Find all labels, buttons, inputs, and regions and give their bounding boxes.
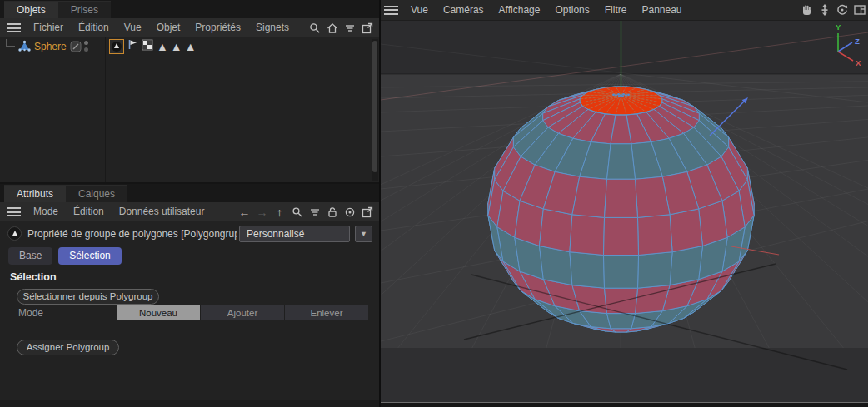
- mode-segmented-control: Nouveau Ajouter Enlever: [117, 305, 368, 320]
- pan-hand-icon[interactable]: [801, 3, 814, 17]
- menu-donnees-utilisateur[interactable]: Données utilisateur: [112, 202, 212, 221]
- uvw-tag-icon[interactable]: [142, 39, 153, 54]
- gizmo-y-label: Y: [836, 22, 841, 32]
- menu-icon[interactable]: [384, 6, 398, 15]
- sphere-object-icon[interactable]: [18, 40, 31, 56]
- menu-panneau[interactable]: Panneau: [634, 1, 689, 20]
- viewport-panel: Vue Caméras Affichage Options Filtre Pan…: [381, 0, 868, 407]
- assign-polygroup-button[interactable]: Assigner Polygroup: [17, 340, 119, 355]
- property-header-row: Propriété de groupe de polygones [Polygo…: [0, 224, 379, 244]
- menu-vue[interactable]: Vue: [403, 1, 436, 20]
- visibility-dots-icon[interactable]: [84, 41, 88, 52]
- up-arrow-icon[interactable]: ↑: [273, 206, 287, 219]
- panel-layout-icon[interactable]: [853, 3, 866, 17]
- menu-icon[interactable]: [7, 207, 21, 216]
- menu-icon[interactable]: [7, 23, 21, 32]
- search-icon[interactable]: [291, 206, 304, 219]
- select-from-polygroup-button[interactable]: Sélectionner depuis Polygroup: [17, 289, 159, 305]
- axis-gizmo: Y Z X: [836, 22, 861, 67]
- window-bottom-strip: [0, 400, 379, 407]
- tag-list: ▲ ▲ ▲: [109, 38, 199, 54]
- menu-signets[interactable]: Signets: [248, 18, 297, 37]
- window-bottom-strip: [381, 403, 868, 407]
- preset-dropdown[interactable]: Personnalisé: [239, 226, 350, 242]
- menu-mode[interactable]: Mode: [26, 202, 66, 221]
- sphere-mesh[interactable]: [488, 87, 754, 332]
- menu-proprietes[interactable]: Propriétés: [187, 18, 248, 37]
- tree-row-sphere[interactable]: Sphere ▲ ▲ ▲: [0, 37, 379, 56]
- viewport-menubar: Vue Caméras Affichage Options Filtre Pan…: [381, 0, 868, 21]
- popout-icon[interactable]: [361, 206, 374, 219]
- attribute-manager-tabbar: Attributs Calques: [0, 184, 379, 202]
- menu-vue[interactable]: Vue: [117, 18, 149, 37]
- section-tabs: Base Sélection: [8, 247, 127, 265]
- 3d-scene-canvas[interactable]: Y Z X: [381, 21, 868, 402]
- mode-option-ajouter[interactable]: Ajouter: [201, 305, 284, 320]
- application-window: Objets Prises Fichier Édition Vue Objet …: [0, 0, 868, 407]
- tab-selection[interactable]: Sélection: [58, 247, 121, 265]
- menu-edition[interactable]: Édition: [71, 18, 117, 37]
- filter-icon[interactable]: [343, 22, 357, 35]
- object-manager-tabbar: Objets Prises: [0, 0, 379, 18]
- tab-calques[interactable]: Calques: [66, 185, 127, 202]
- home-icon[interactable]: [326, 22, 339, 35]
- object-manager-panel: Objets Prises Fichier Édition Vue Objet …: [0, 0, 379, 182]
- tab-objets[interactable]: Objets: [4, 1, 58, 18]
- attribute-manager-panel: Attributs Calques Mode Édition Données u…: [0, 184, 379, 407]
- menu-fichier[interactable]: Fichier: [26, 18, 71, 37]
- search-icon[interactable]: [308, 22, 322, 35]
- menu-options[interactable]: Options: [547, 1, 596, 20]
- scrollbar-thumb[interactable]: [372, 41, 377, 172]
- menu-edition[interactable]: Édition: [66, 202, 112, 221]
- panel-viewport-divider[interactable]: [379, 0, 381, 407]
- tab-attributs[interactable]: Attributs: [4, 185, 66, 202]
- polygroup-property-icon: [7, 226, 22, 241]
- gizmo-z-label: Z: [855, 37, 860, 46]
- object-tree-scrollbar[interactable]: [372, 39, 378, 181]
- popout-icon[interactable]: [361, 22, 374, 35]
- back-arrow-icon[interactable]: ←: [238, 206, 252, 219]
- attribute-manager-menubar: Mode Édition Données utilisateur ← → ↑: [0, 202, 379, 221]
- menu-cameras[interactable]: Caméras: [436, 1, 491, 20]
- menu-objet[interactable]: Objet: [149, 18, 188, 37]
- dropdown-arrow-button[interactable]: ▼: [355, 226, 372, 242]
- object-name-label[interactable]: Sphere: [34, 41, 67, 52]
- tree-column-divider: [105, 37, 106, 182]
- tab-base[interactable]: Base: [8, 247, 52, 265]
- object-manager-menubar: Fichier Édition Vue Objet Propriétés Sig…: [0, 18, 379, 37]
- phong-tag-icon[interactable]: [127, 38, 138, 54]
- mode-option-enlever[interactable]: Enlever: [285, 305, 368, 320]
- forward-arrow-icon[interactable]: →: [256, 206, 269, 219]
- gizmo-x-label: X: [856, 58, 861, 67]
- mode-option-nouveau[interactable]: Nouveau: [117, 305, 200, 320]
- polygon-selection-tag-icon[interactable]: ▲: [157, 39, 168, 54]
- edit-state-icon[interactable]: [70, 41, 82, 56]
- menu-affichage[interactable]: Affichage: [491, 1, 548, 20]
- tree-branch-line: [6, 39, 15, 47]
- left-panel-column: Objets Prises Fichier Édition Vue Objet …: [0, 0, 380, 407]
- polygroup-tag-icon[interactable]: [109, 39, 124, 54]
- target-icon[interactable]: [343, 206, 357, 219]
- polygon-selection-tag-icon[interactable]: ▲: [185, 39, 197, 54]
- selection-section-heading: Sélection: [10, 271, 57, 283]
- tab-prises[interactable]: Prises: [58, 1, 111, 18]
- object-tree[interactable]: Sphere ▲ ▲ ▲: [0, 37, 379, 182]
- scene-render[interactable]: Y Z X: [381, 21, 868, 402]
- attribute-content: Propriété de groupe de polygones [Polygo…: [0, 221, 379, 407]
- filter-icon[interactable]: [308, 206, 322, 219]
- dolly-icon[interactable]: [818, 3, 831, 17]
- menu-filtre[interactable]: Filtre: [597, 1, 635, 20]
- polygon-selection-tag-icon[interactable]: ▲: [171, 39, 182, 54]
- mode-label: Mode: [18, 307, 43, 319]
- property-title: Propriété de groupe de polygones [Polygo…: [27, 228, 237, 240]
- orbit-icon[interactable]: [836, 3, 849, 17]
- lock-icon[interactable]: [326, 206, 339, 219]
